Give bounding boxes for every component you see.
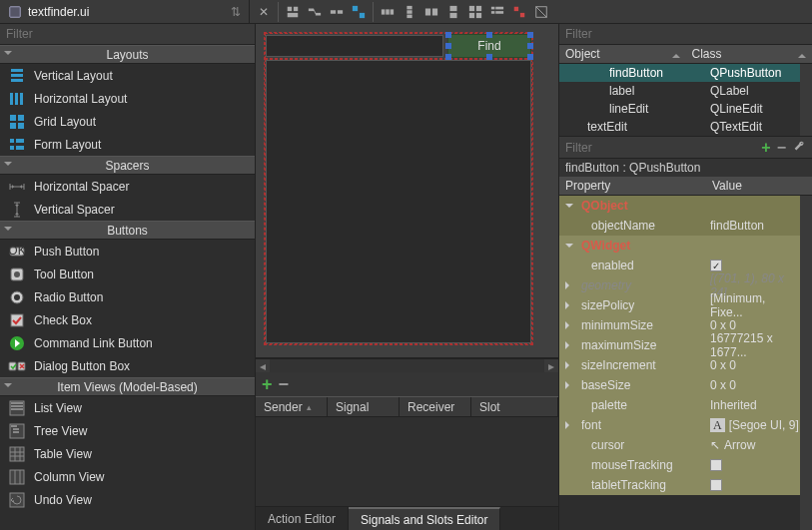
widget-item-label: Command Link Button	[34, 336, 153, 350]
scroll-track[interactable]	[270, 359, 544, 372]
open-file-selector[interactable]: textfinder.ui ⇅	[0, 0, 250, 23]
prop-row[interactable]: maximumSize16777215 x 1677...	[559, 335, 800, 355]
layout-form-button[interactable]	[487, 2, 507, 22]
prop-row[interactable]: font[Segoe UI, 9]	[559, 415, 800, 435]
break-layout-button[interactable]	[509, 2, 529, 22]
widget-item[interactable]: Table View	[0, 442, 255, 465]
selection-handle[interactable]	[445, 32, 451, 38]
tab-action-editor[interactable]: Action Editor	[256, 507, 349, 530]
prop-add-dynamic-button[interactable]: +	[761, 139, 770, 157]
prop-group-header[interactable]: QObject	[559, 196, 800, 216]
sse-col-receiver[interactable]: Receiver	[400, 397, 471, 416]
sse-remove-button[interactable]: −	[279, 374, 290, 395]
widget-item[interactable]: Grid Layout	[0, 110, 255, 133]
edit-buddies-button[interactable]	[327, 2, 347, 22]
widget-item[interactable]: OKPush Button	[0, 240, 255, 263]
prop-list[interactable]: QObjectobjectNamefindButtonQWidgetenable…	[559, 196, 800, 530]
widget-item[interactable]: Vertical Spacer	[0, 198, 255, 221]
widget-item[interactable]: List View	[0, 396, 255, 419]
sse-add-button[interactable]: +	[262, 374, 273, 395]
form-search-row-layout[interactable]: Find	[265, 33, 532, 59]
widget-item[interactable]: Tree View	[0, 419, 255, 442]
widget-item[interactable]: Tool Button	[0, 263, 255, 285]
sse-col-slot[interactable]: Slot	[471, 397, 558, 416]
widget-category-header[interactable]: Buttons	[0, 221, 255, 240]
selection-handle[interactable]	[486, 32, 492, 38]
prop-row[interactable]: cursorArrow	[559, 435, 800, 455]
widget-item[interactable]: Horizontal Layout	[0, 87, 255, 110]
prop-row[interactable]: sizePolicy[Minimum, Fixe...	[559, 295, 800, 315]
objinsp-tree[interactable]: findButtonQPushButtonlabelQLabellineEdit…	[559, 64, 800, 136]
adjust-size-button[interactable]	[531, 2, 551, 22]
form-find-button-widget[interactable]: Find	[447, 34, 531, 58]
widget-filter-input[interactable]	[6, 27, 249, 41]
sse-col-sender[interactable]: Sender▴	[256, 397, 328, 416]
widget-item[interactable]: Radio Button	[0, 285, 255, 308]
prop-row[interactable]: paletteInherited	[559, 395, 800, 415]
edit-signals-button[interactable]	[305, 2, 325, 22]
prop-row[interactable]: mouseTracking	[559, 455, 800, 475]
sse-col-signal[interactable]: Signal	[328, 397, 400, 416]
prop-row[interactable]: sizeIncrement0 x 0	[559, 355, 800, 375]
layout-vertical-button[interactable]	[400, 2, 419, 22]
prop-remove-dynamic-button[interactable]: −	[777, 139, 786, 157]
tab-signals-slots-editor[interactable]: Signals and Slots Editor	[349, 507, 500, 530]
layout-grid-button[interactable]	[465, 2, 485, 22]
prop-col-property[interactable]: Property	[559, 177, 706, 195]
prop-group-header[interactable]: QWidget	[559, 236, 800, 256]
widget-category-header[interactable]: Layouts	[0, 45, 255, 64]
form-design-canvas[interactable]: Find	[256, 24, 558, 358]
selection-handle[interactable]	[527, 54, 533, 60]
form-textedit-layout[interactable]	[265, 59, 532, 344]
canvas-horizontal-scrollbar[interactable]: ◂ ▸	[256, 358, 558, 372]
widget-item[interactable]: Vertical Layout	[0, 64, 255, 87]
objinsp-row[interactable]: lineEditQLineEdit	[559, 100, 800, 118]
edit-widgets-button[interactable]	[283, 2, 303, 22]
selection-handle[interactable]	[445, 43, 451, 49]
selection-handle[interactable]	[527, 32, 533, 38]
svg-rect-64	[10, 470, 24, 484]
prop-row[interactable]: tabletTracking	[559, 475, 800, 495]
svg-rect-36	[20, 93, 23, 105]
widget-item[interactable]: Dialog Button Box	[0, 354, 255, 377]
widget-item[interactable]: Undo View	[0, 488, 255, 511]
prop-settings-button[interactable]	[792, 139, 806, 156]
widget-item[interactable]: Horizontal Spacer	[0, 175, 255, 198]
objinsp-row[interactable]: labelQLabel	[559, 82, 800, 100]
prop-row[interactable]: objectNamefindButton	[559, 216, 800, 236]
selection-handle[interactable]	[445, 54, 451, 60]
scroll-left-icon[interactable]: ◂	[256, 359, 270, 372]
objinsp-row[interactable]: findButtonQPushButton	[559, 64, 800, 82]
layout-horiz-splitter-button[interactable]	[421, 2, 441, 22]
widget-item[interactable]: Form Layout	[0, 133, 255, 156]
objinsp-col-object[interactable]: Object	[559, 45, 686, 63]
form-textedit-widget[interactable]	[266, 60, 531, 343]
widget-item[interactable]: Command Link Button	[0, 331, 255, 354]
scroll-right-icon[interactable]: ▸	[544, 359, 558, 372]
objinsp-row[interactable]: textEditQTextEdit	[559, 118, 800, 136]
layout-vert-splitter-button[interactable]	[443, 2, 463, 22]
objinsp-filter-input[interactable]	[565, 27, 806, 41]
selection-handle[interactable]	[486, 54, 492, 60]
prop-checkbox[interactable]: ✓	[710, 260, 722, 271]
prop-scrollbar[interactable]	[800, 196, 812, 530]
columnview-icon	[8, 468, 26, 486]
widget-item[interactable]: Check Box	[0, 308, 255, 331]
prop-row[interactable]: baseSize0 x 0	[559, 375, 800, 395]
widget-category-header[interactable]: Spacers	[0, 156, 255, 175]
selection-handle[interactable]	[527, 43, 533, 49]
edit-taborder-button[interactable]	[349, 2, 369, 22]
layout-horizontal-button[interactable]	[378, 2, 398, 22]
prop-filter-input[interactable]	[565, 141, 755, 155]
widget-category-header[interactable]: Item Views (Model-Based)	[0, 377, 255, 396]
form-lineedit-widget[interactable]	[266, 35, 443, 57]
prop-col-value[interactable]: Value	[706, 177, 812, 195]
form-top-layout[interactable]: Find	[264, 32, 533, 345]
close-form-button[interactable]: ✕	[254, 2, 274, 22]
objinsp-col-class[interactable]: Class	[686, 45, 813, 63]
sse-body[interactable]	[256, 417, 558, 506]
widget-item[interactable]: Column View	[0, 465, 255, 488]
prop-checkbox[interactable]	[710, 459, 722, 471]
prop-checkbox[interactable]	[710, 479, 722, 491]
objinsp-scrollbar[interactable]	[800, 64, 812, 136]
